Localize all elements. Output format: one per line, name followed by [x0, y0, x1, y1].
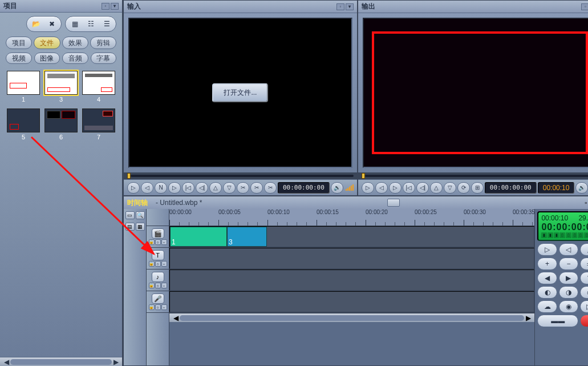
scroll-left-icon[interactable]: ◀: [2, 358, 10, 366]
voice-track[interactable]: [169, 291, 534, 313]
tl-tool-zoom-icon[interactable]: 🔍: [136, 211, 145, 219]
plus-button[interactable]: +: [537, 258, 557, 270]
text-icon[interactable]: T: [152, 250, 164, 260]
solo-icon[interactable]: ▫: [161, 283, 167, 288]
tab-project[interactable]: 项目: [6, 37, 32, 49]
scroll-left-icon[interactable]: ◀: [172, 314, 180, 322]
delete-icon[interactable]: ✖: [44, 18, 60, 30]
solo-icon[interactable]: ▫: [161, 261, 167, 267]
prev-button[interactable]: ◁: [375, 182, 388, 194]
solo-icon[interactable]: ▫: [161, 239, 167, 245]
stepback-button[interactable]: ◁|: [416, 182, 429, 194]
skipback-button[interactable]: |◁: [182, 182, 194, 194]
project-scrollbar[interactable]: ◀ ▶: [0, 357, 122, 366]
thumbnail-item[interactable]: 7: [82, 108, 115, 140]
media-tab-subtitle[interactable]: 字幕: [91, 53, 117, 64]
mute-icon[interactable]: ○: [155, 239, 161, 245]
play-button[interactable]: ▷: [537, 243, 557, 256]
down-button[interactable]: ▽: [580, 272, 588, 284]
mic-icon[interactable]: 🎤: [152, 293, 164, 304]
tl-tool-select-icon[interactable]: ▭: [125, 211, 135, 219]
cut-button[interactable]: ✂: [237, 182, 249, 194]
music-icon[interactable]: ♪: [152, 272, 164, 282]
marker2-button[interactable]: ◑: [559, 286, 578, 299]
down-button[interactable]: ▽: [444, 182, 456, 194]
thumbnail-item[interactable]: 4: [82, 71, 115, 103]
open-file-button[interactable]: 打开文件...: [212, 83, 268, 102]
cloud-button[interactable]: ☁: [537, 300, 557, 313]
media-tab-image[interactable]: 图像: [34, 53, 60, 64]
tab-effects[interactable]: 效果: [62, 37, 88, 49]
lock-icon[interactable]: 🔒: [149, 239, 155, 245]
view-list-icon[interactable]: ☷: [83, 18, 99, 30]
skipfwd-button[interactable]: ▷|: [580, 300, 588, 313]
play-button[interactable]: ▷: [127, 182, 140, 194]
lock-icon[interactable]: 🔒: [149, 261, 155, 267]
up-button[interactable]: △: [580, 243, 588, 256]
mute-icon[interactable]: ○: [155, 283, 161, 288]
lock-icon[interactable]: 🔒: [149, 304, 155, 310]
thumbnail-item[interactable]: 6: [44, 108, 78, 140]
lock-icon[interactable]: 🔒: [149, 283, 155, 288]
prev-button[interactable]: ◁: [141, 182, 153, 194]
next-button[interactable]: ▷: [389, 182, 402, 194]
view-detail-icon[interactable]: ☰: [99, 18, 115, 30]
view-grid-icon[interactable]: ▦: [67, 18, 83, 30]
thumbnail-item[interactable]: 1: [7, 71, 40, 103]
scroll-right-icon[interactable]: ▶: [112, 358, 120, 366]
panel-close-icon[interactable]: ▾: [346, 3, 354, 10]
panel-close-icon[interactable]: ▾: [111, 3, 119, 10]
skipback-button[interactable]: |◁: [403, 182, 415, 194]
panel-minimize-icon[interactable]: ▫: [581, 3, 588, 10]
thumbnail-item[interactable]: 3: [44, 71, 78, 103]
input-scrub-bar[interactable]: [124, 172, 357, 179]
down-button[interactable]: ▽: [223, 182, 236, 194]
timeline-ruler[interactable]: 00:00:0000:00:0500:00:1000:00:1500:00:20…: [169, 209, 534, 226]
end-button[interactable]: ▶: [559, 272, 578, 284]
next-button[interactable]: ▷: [168, 182, 181, 194]
record-button[interactable]: ●: [580, 315, 588, 327]
cut-in-button[interactable]: ✂: [250, 182, 263, 194]
output-scrub-bar[interactable]: [358, 172, 588, 179]
clip[interactable]: 1: [170, 227, 227, 247]
volume-icon[interactable]: 🔊: [575, 182, 588, 194]
media-tab-video[interactable]: 视频: [6, 53, 32, 64]
open-folder-icon[interactable]: 📂: [28, 18, 44, 30]
panel-minimize-icon[interactable]: ▫: [102, 3, 110, 10]
up-button[interactable]: △: [209, 182, 222, 194]
loop-button[interactable]: ⟳: [457, 182, 470, 194]
home-button[interactable]: ◀: [537, 272, 557, 284]
link-button[interactable]: ⫘: [580, 258, 588, 270]
audio-track[interactable]: [169, 270, 534, 291]
panel-minimize-icon[interactable]: ▫: [336, 3, 344, 10]
stepback-button[interactable]: ◁|: [196, 182, 208, 194]
next-marker-button[interactable]: N: [155, 182, 167, 194]
prev-button[interactable]: ◁: [559, 243, 578, 256]
marker3-button[interactable]: ◉: [580, 286, 588, 299]
tab-clip[interactable]: 剪辑: [90, 37, 116, 49]
media-tab-audio[interactable]: 音频: [62, 53, 88, 64]
thumbnail-item[interactable]: 5: [7, 108, 40, 140]
scroll-right-icon[interactable]: ▶: [524, 314, 532, 322]
text-track[interactable]: [169, 248, 534, 270]
up-button[interactable]: △: [430, 182, 443, 194]
tl-tool-cut-icon[interactable]: ▤: [125, 223, 135, 231]
camera-icon[interactable]: 🎬: [152, 228, 164, 239]
timeline-scrollbar[interactable]: ◀ ▶: [169, 313, 534, 322]
mute-icon[interactable]: ○: [155, 304, 161, 310]
volume-icon[interactable]: 🔊: [331, 182, 343, 194]
minus-button[interactable]: −: [559, 258, 578, 270]
cut-out-button[interactable]: ✂: [264, 182, 277, 194]
tab-file[interactable]: 文件: [34, 37, 60, 49]
panel-minimize-icon[interactable]: ▫: [585, 199, 587, 207]
timeline-tool-icon[interactable]: [387, 199, 400, 207]
clip[interactable]: 3: [227, 227, 267, 247]
marker1-button[interactable]: ◐: [537, 286, 557, 299]
safe-area-button[interactable]: ⊞: [471, 182, 484, 194]
mute-icon[interactable]: ○: [155, 261, 161, 267]
video-track[interactable]: 1 3: [169, 226, 534, 248]
tl-tool-move-icon[interactable]: ▦: [136, 223, 145, 231]
reel-button[interactable]: ◉: [559, 300, 578, 313]
export-button[interactable]: ▬▬: [537, 315, 578, 327]
solo-icon[interactable]: ▫: [161, 304, 167, 310]
